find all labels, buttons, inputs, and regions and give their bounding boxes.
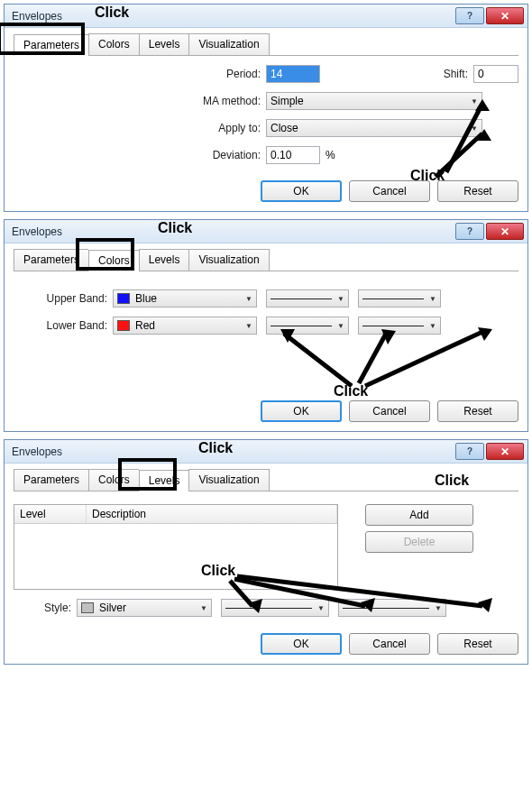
window-title: Envelopes [12,225,455,238]
tab-parameters[interactable]: Parameters [14,249,88,271]
chevron-down-icon: ▼ [317,604,325,612]
line-preview-icon [271,298,332,299]
cancel-button[interactable]: Cancel [349,633,430,655]
envelopes-dialog-levels: Envelopes ? ✕ Parameters Colors Levels V… [4,439,528,665]
delete-button: Delete [365,531,473,553]
tab-parameters[interactable]: Parameters [14,469,88,491]
chevron-down-icon: ▼ [429,322,436,330]
ma-method-dropdown[interactable]: Simple ▼ [266,92,482,110]
percent-label: % [326,149,335,161]
style-line-dropdown[interactable]: ▼ [221,599,329,617]
tab-visualization[interactable]: Visualization [188,33,269,55]
tab-colors[interactable]: Colors [88,250,139,271]
upper-band-width-dropdown[interactable]: ▼ [358,289,441,308]
reset-button[interactable]: Reset [437,633,518,655]
chevron-down-icon: ▼ [200,604,207,612]
reset-button[interactable]: Reset [437,180,518,202]
ok-button[interactable]: OK [261,633,342,655]
chevron-down-icon: ▼ [337,322,344,330]
tab-levels[interactable]: Levels [139,33,189,55]
tab-levels[interactable]: Levels [139,470,189,491]
period-label: Period: [194,68,266,80]
upper-band-label: Upper Band: [32,292,113,305]
cancel-button[interactable]: Cancel [349,180,430,202]
close-button[interactable]: ✕ [486,7,524,24]
reset-button[interactable]: Reset [437,400,518,422]
line-preview-icon [343,608,429,609]
tabstrip: Parameters Colors Levels Visualization [14,249,518,271]
style-label: Style: [32,602,77,614]
close-button[interactable]: ✕ [486,443,524,460]
add-button[interactable]: Add [365,504,473,526]
lower-band-color-dropdown[interactable]: Red ▼ [113,317,257,335]
window-title: Envelopes [12,445,455,458]
tab-colors[interactable]: Colors [88,469,139,491]
deviation-input[interactable] [266,146,320,164]
help-button[interactable]: ? [455,223,484,240]
ma-method-label: MA method: [194,95,266,107]
tabstrip: Parameters Colors Levels Visualization [14,33,518,56]
color-swatch-silver [81,602,94,613]
apply-to-dropdown[interactable]: Close ▼ [266,119,482,137]
levels-listview[interactable]: Level Description [14,504,338,590]
ok-button[interactable]: OK [261,180,342,202]
help-button[interactable]: ? [455,443,484,460]
tab-visualization[interactable]: Visualization [188,469,269,491]
apply-to-label: Apply to: [194,122,266,134]
chevron-down-icon: ▼ [435,604,442,612]
chevron-down-icon: ▼ [245,295,252,303]
line-preview-icon [362,326,424,326]
line-preview-icon [225,608,312,609]
tab-visualization[interactable]: Visualization [188,249,269,271]
chevron-down-icon: ▼ [471,97,478,106]
line-preview-icon [362,298,424,299]
envelopes-dialog-parameters: Envelopes ? ✕ Parameters Colors Levels V… [4,4,528,212]
chevron-down-icon: ▼ [429,295,436,303]
tabstrip: Parameters Colors Levels Visualization [14,469,518,491]
tab-parameters[interactable]: Parameters [14,34,88,56]
close-button[interactable]: ✕ [486,223,524,240]
chevron-down-icon: ▼ [245,322,252,330]
chevron-down-icon: ▼ [471,124,478,133]
titlebar[interactable]: Envelopes ? ✕ [5,220,527,243]
chevron-down-icon: ▼ [337,295,344,303]
style-width-dropdown[interactable]: ▼ [338,599,446,617]
titlebar[interactable]: Envelopes ? ✕ [5,440,527,464]
period-input[interactable] [266,65,320,83]
tab-levels[interactable]: Levels [139,249,189,271]
lower-band-label: Lower Band: [32,319,113,332]
col-description[interactable]: Description [87,505,337,523]
cancel-button[interactable]: Cancel [349,400,430,422]
tab-colors[interactable]: Colors [88,33,139,55]
titlebar[interactable]: Envelopes ? ✕ [5,5,527,28]
line-preview-icon [271,326,332,326]
col-level[interactable]: Level [14,505,87,523]
window-title: Envelopes [12,10,455,23]
lower-band-width-dropdown[interactable]: ▼ [358,317,441,335]
ok-button[interactable]: OK [261,400,342,422]
color-swatch-blue [117,293,130,304]
deviation-label: Deviation: [194,149,266,161]
color-swatch-red [117,320,130,331]
upper-band-color-dropdown[interactable]: Blue ▼ [113,289,257,308]
shift-label: Shift: [437,68,473,80]
upper-band-style-dropdown[interactable]: ▼ [266,289,349,308]
lower-band-style-dropdown[interactable]: ▼ [266,317,349,335]
envelopes-dialog-colors: Envelopes ? ✕ Parameters Colors Levels V… [4,219,528,432]
shift-input[interactable] [473,65,518,83]
style-color-dropdown[interactable]: Silver ▼ [77,599,212,617]
help-button[interactable]: ? [455,7,484,24]
